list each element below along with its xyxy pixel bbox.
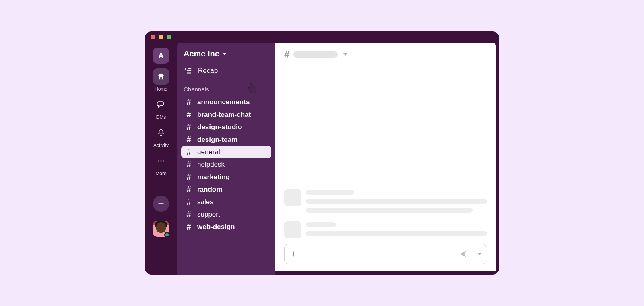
channel-item-general[interactable]: #general: [181, 146, 271, 158]
message-list: [275, 66, 496, 244]
hash-icon: #: [186, 160, 192, 169]
main-pane: #: [275, 43, 496, 271]
hash-icon: #: [186, 110, 192, 119]
hash-icon: #: [186, 135, 192, 144]
app-body: A Home DMs Activity: [145, 43, 499, 275]
avatar-placeholder: [284, 189, 301, 206]
channel-item-brand-team-chat[interactable]: #brand-team-chat: [181, 108, 271, 121]
workspace-menu[interactable]: Acme Inc: [181, 48, 271, 63]
channel-sidebar: Acme Inc Recap Channels #announcements#b…: [177, 43, 275, 275]
hash-icon: #: [186, 185, 192, 194]
fullscreen-icon[interactable]: [167, 35, 171, 39]
home-icon: [153, 68, 169, 85]
workspace-switcher[interactable]: A: [153, 48, 169, 64]
pointer-cursor-icon: [247, 81, 259, 95]
rail-label: Activity: [153, 143, 169, 148]
channel-name: helpdesk: [197, 161, 225, 169]
channel-item-support[interactable]: #support: [181, 208, 271, 221]
message-placeholder: [284, 189, 487, 213]
rail-item-more[interactable]: More: [145, 153, 177, 176]
app-window: A Home DMs Activity: [145, 31, 499, 275]
channel-name: announcements: [197, 98, 250, 106]
hash-icon: #: [186, 97, 192, 107]
recap-label: Recap: [198, 67, 218, 75]
chevron-down-icon[interactable]: [478, 253, 482, 255]
hash-icon: #: [186, 210, 192, 219]
hash-icon: #: [284, 49, 289, 60]
avatar-placeholder: [284, 221, 301, 238]
presence-indicator: [164, 232, 170, 238]
channel-item-design-studio[interactable]: #design-studio: [181, 121, 271, 133]
channels-header[interactable]: Channels: [181, 79, 271, 96]
hash-icon: #: [186, 197, 192, 207]
hash-icon: #: [186, 222, 192, 232]
channel-item-web-design[interactable]: #web-design: [181, 221, 271, 233]
hash-icon: #: [186, 172, 192, 182]
chevron-down-icon: [223, 53, 227, 55]
channel-name: design-team: [197, 136, 237, 144]
hash-icon: #: [186, 122, 192, 132]
sparkle-list-icon: [184, 66, 192, 75]
channel-item-sales[interactable]: #sales: [181, 196, 271, 208]
channel-name: design-studio: [197, 123, 242, 131]
channel-name: marketing: [197, 173, 230, 181]
channel-name: general: [197, 148, 220, 156]
svg-point-1: [160, 160, 162, 162]
message-placeholder: [284, 221, 487, 238]
workspace-name: Acme Inc: [184, 49, 219, 58]
channel-header[interactable]: #: [275, 43, 496, 66]
rail-item-home[interactable]: Home: [145, 68, 177, 92]
plus-icon[interactable]: [289, 250, 297, 258]
more-icon: [153, 153, 169, 169]
bell-icon: [153, 125, 169, 141]
hash-icon: #: [186, 147, 192, 157]
channel-name: sales: [197, 198, 213, 206]
rail-label: Home: [155, 86, 167, 92]
titlebar: [145, 31, 499, 43]
channel-item-random[interactable]: #random: [181, 183, 271, 196]
channel-item-announcements[interactable]: #announcements: [181, 96, 271, 108]
nav-rail: A Home DMs Activity: [145, 43, 177, 275]
channel-item-marketing[interactable]: #marketing: [181, 171, 271, 183]
channel-name: web-design: [197, 223, 235, 231]
channel-item-design-team[interactable]: #design-team: [181, 133, 271, 146]
channel-name: brand-team-chat: [197, 111, 251, 119]
minimize-icon[interactable]: [159, 35, 163, 39]
channel-item-helpdesk[interactable]: #helpdesk: [181, 158, 271, 171]
add-button[interactable]: [153, 196, 169, 212]
close-icon[interactable]: [151, 35, 155, 39]
channel-name-placeholder: [293, 51, 338, 58]
svg-point-0: [158, 160, 160, 162]
channel-list: #announcements#brand-team-chat#design-st…: [181, 96, 271, 233]
svg-point-2: [163, 160, 164, 162]
user-avatar[interactable]: [153, 221, 169, 237]
rail-item-activity[interactable]: Activity: [145, 125, 177, 148]
channel-name: support: [197, 211, 220, 219]
dms-icon: [153, 97, 169, 113]
rail-item-dms[interactable]: DMs: [145, 97, 177, 120]
rail-label: More: [155, 171, 166, 176]
rail-label: DMs: [156, 114, 166, 120]
send-icon[interactable]: [459, 250, 468, 258]
recap-button[interactable]: Recap: [181, 63, 271, 79]
message-composer[interactable]: [284, 244, 487, 264]
channel-name: random: [197, 186, 222, 194]
chevron-down-icon: [343, 53, 347, 56]
